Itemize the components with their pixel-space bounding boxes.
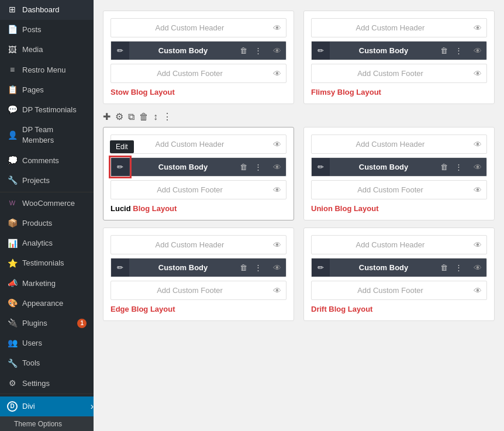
body-trash-button-drift[interactable]: 🗑 [437, 261, 451, 274]
footer-eye-button-drift[interactable]: 👁 [469, 282, 486, 299]
body-edit-button-stow[interactable]: ✏ [111, 42, 129, 60]
sidebar-item-pages[interactable]: 📋 Pages [0, 80, 94, 100]
body-eye-button-drift[interactable]: 👁 [469, 260, 486, 276]
footer-eye-button-edge[interactable]: 👁 [268, 282, 286, 299]
sidebar-item-label: Dashboard [22, 5, 87, 15]
toolbar-add-icon[interactable]: ✚ [103, 111, 111, 122]
footer-eye-button-lucid[interactable]: 👁 [268, 182, 286, 198]
sidebar-item-projects[interactable]: 🔧 Projects [0, 171, 94, 191]
header-eye-button-edge[interactable]: 👁 [268, 237, 286, 253]
sidebar-item-tools[interactable]: 🔧 Tools [0, 353, 94, 373]
layout-name-stow: Stow Blog Layout [111, 88, 286, 96]
sidebar-item-dp-testimonials[interactable]: 💬 DP Testimonials [0, 100, 94, 120]
body-more-button-flimsy[interactable]: ⋮ [452, 44, 465, 57]
header-eye-button-union[interactable]: 👁 [469, 136, 486, 153]
body-more-button-union[interactable]: ⋮ [452, 160, 465, 174]
body-eye-button-lucid[interactable]: 👁 [268, 159, 286, 175]
appearance-icon: 🎨 [7, 298, 18, 309]
restro-menu-icon: ≡ [7, 65, 18, 75]
sidebar-item-marketing[interactable]: 📣 Marketing [0, 274, 94, 294]
divi-section: D Divi › Theme Options Theme Builder The… [0, 394, 94, 431]
sidebar-item-label: Media [22, 44, 87, 55]
body-actions-drift: 🗑 ⋮ [437, 261, 469, 274]
analytics-icon: 📊 [7, 238, 18, 249]
layout-name-union: Union Blog Layout [311, 204, 487, 213]
body-trash-button-flimsy[interactable]: 🗑 [437, 44, 451, 57]
toolbar-more-icon[interactable]: ⋮ [163, 111, 172, 122]
body-eye-button-stow[interactable]: 👁 [268, 43, 286, 59]
body-trash-button-stow[interactable]: 🗑 [237, 44, 250, 57]
footer-label-edge: Add Custom Footer [111, 281, 268, 299]
settings-icon: ⚙ [7, 378, 18, 389]
footer-section-lucid: Add Custom Footer 👁 [111, 180, 286, 199]
sidebar-item-analytics[interactable]: 📊 Analytics [0, 233, 94, 253]
sidebar-item-restro-menu[interactable]: ≡ Restro Menu [0, 60, 94, 80]
layout-card-stow: Add Custom Header 👁 ✏ Custom Body 🗑 ⋮ 👁 … [103, 11, 294, 104]
marketing-icon: 📣 [7, 278, 18, 289]
divi-submenu: Theme Options Theme Builder Theme Custom… [0, 416, 94, 431]
toolbar-copy-icon[interactable]: ⧉ [128, 112, 134, 122]
products-icon: 📦 [7, 218, 18, 229]
sidebar-item-appearance[interactable]: 🎨 Appearance [0, 294, 94, 313]
footer-label-lucid: Add Custom Footer [111, 181, 268, 199]
plugins-icon: 🔌 [7, 318, 18, 329]
header-eye-button-drift[interactable]: 👁 [469, 237, 486, 253]
header-section-drift: Add Custom Header 👁 [311, 235, 487, 254]
header-eye-button-flimsy[interactable]: 👁 [469, 20, 486, 36]
sidebar-item-comments[interactable]: 💭 Comments [0, 151, 94, 171]
body-edit-button-union[interactable]: ✏ [312, 158, 330, 176]
body-edit-button-drift[interactable]: ✏ [312, 258, 330, 277]
layout-toolbar: ✚ ⚙ ⧉ 🗑 ↕ ⋮ [103, 111, 495, 122]
body-trash-button-edge[interactable]: 🗑 [237, 261, 250, 274]
users-icon: 👥 [7, 338, 18, 349]
body-edit-button-flimsy[interactable]: ✏ [312, 42, 330, 60]
footer-section-flimsy: Add Custom Footer 👁 [311, 64, 487, 83]
body-trash-button-union[interactable]: 🗑 [437, 160, 451, 174]
body-eye-button-union[interactable]: 👁 [469, 159, 486, 175]
sidebar-item-users[interactable]: 👥 Users [0, 333, 94, 353]
footer-section-edge: Add Custom Footer 👁 [111, 281, 286, 300]
sidebar-item-media[interactable]: 🖼 Media [0, 40, 94, 60]
sidebar-item-label: Tools [22, 358, 87, 368]
body-more-button-drift[interactable]: ⋮ [452, 261, 465, 274]
body-eye-button-edge[interactable]: 👁 [268, 260, 286, 276]
sidebar-item-testimonials[interactable]: ⭐ Testimonials [0, 253, 94, 273]
body-label-lucid: Custom Body [129, 163, 237, 171]
layout-name-flimsy: Flimsy Blog Layout [311, 88, 487, 96]
toolbar-arrows-icon[interactable]: ↕ [153, 112, 158, 122]
sidebar-item-dp-team[interactable]: 👤 DP Team Members [0, 120, 94, 150]
layout-grid-row3: Add Custom Header 👁 ✏ Custom Body 🗑 ⋮ 👁 … [103, 227, 495, 321]
body-trash-button-lucid[interactable]: 🗑 [237, 160, 250, 174]
sidebar-item-label: Comments [22, 156, 87, 166]
sidebar-section-woocommerce: W WooCommerce 📦 Products 📊 Analytics [0, 192, 94, 254]
sidebar-item-divi[interactable]: D Divi › [0, 396, 94, 416]
body-actions-edge: 🗑 ⋮ [237, 261, 268, 274]
body-edit-button-edge[interactable]: ✏ [111, 258, 129, 277]
woocommerce-icon: W [7, 198, 18, 209]
sidebar-item-posts[interactable]: 📄 Posts [0, 20, 94, 40]
body-actions-flimsy: 🗑 ⋮ [437, 44, 469, 57]
body-eye-button-flimsy[interactable]: 👁 [469, 43, 486, 59]
sidebar-sub-theme-options[interactable]: Theme Options [0, 416, 94, 431]
sidebar-item-woocommerce[interactable]: W WooCommerce [0, 194, 94, 213]
body-more-button-edge[interactable]: ⋮ [251, 261, 265, 274]
footer-eye-button-stow[interactable]: 👁 [268, 65, 286, 82]
body-more-button-stow[interactable]: ⋮ [251, 44, 265, 57]
body-edit-button-lucid[interactable]: ✏ [111, 158, 129, 176]
body-more-button-lucid[interactable]: ⋮ [251, 160, 265, 174]
toolbar-gear-icon[interactable]: ⚙ [115, 111, 123, 122]
sidebar-item-label: Projects [22, 175, 87, 186]
body-label-stow: Custom Body [129, 46, 237, 55]
header-eye-button-stow[interactable]: 👁 [268, 20, 286, 36]
sidebar-item-plugins[interactable]: 🔌 Plugins 1 [0, 313, 94, 333]
layout-grid-row2: Add Custom Header 👁 Edit ✏ Custom Body 🗑… [103, 127, 495, 220]
toolbar-trash-icon[interactable]: 🗑 [139, 112, 149, 122]
header-eye-button-lucid[interactable]: 👁 [268, 136, 286, 153]
footer-eye-button-flimsy[interactable]: 👁 [469, 65, 486, 82]
sidebar-item-dashboard[interactable]: ⊞ Dashboard [0, 0, 94, 20]
sidebar-item-settings[interactable]: ⚙ Settings [0, 374, 94, 394]
sidebar-item-products[interactable]: 📦 Products [0, 213, 94, 233]
header-label-drift: Add Custom Header [312, 236, 469, 254]
footer-eye-button-union[interactable]: 👁 [469, 182, 486, 198]
sidebar-item-label: Posts [22, 25, 87, 35]
